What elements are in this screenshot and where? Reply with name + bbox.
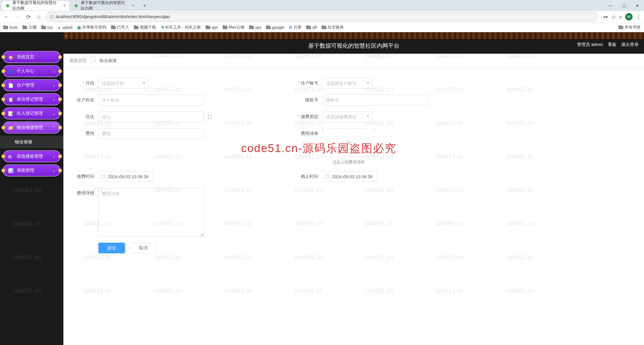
chevron-down-icon: ⌄	[52, 154, 55, 159]
admin-label[interactable]: 管理员 admin	[577, 42, 603, 48]
window-controls: — ▢ ✕	[604, 1, 644, 11]
tab-title: 基于数据可视化的智慧社区内网	[12, 0, 60, 11]
bookmark-item[interactable]: 社交媒体	[322, 24, 344, 30]
maximize-icon[interactable]: ▢	[617, 1, 631, 11]
new-tab-button[interactable]: +	[141, 2, 148, 9]
sidebar-item-access[interactable]: 📝出入登记管理⌄	[3, 107, 61, 119]
clock-icon	[101, 174, 105, 179]
building-input[interactable]	[322, 95, 428, 105]
form-area: 月份 住户账号 住户姓名 楼栋号	[63, 68, 644, 263]
submit-button[interactable]: 提交	[98, 243, 125, 253]
feetype-select[interactable]	[322, 111, 373, 122]
sidebar-item-home[interactable]: 🏠系统首页	[3, 51, 61, 63]
chevron-up-icon: ⌃	[52, 126, 55, 130]
detail-textarea[interactable]	[98, 188, 204, 237]
sidebar-item-hazard[interactable]: ⊞高危楼栋管理⌄	[3, 150, 61, 162]
menu-icon[interactable]: ⋮	[636, 14, 641, 20]
sidebar-item-label: 来访登记管理	[17, 96, 43, 102]
profile-avatar[interactable]: W	[625, 13, 633, 20]
clock-icon	[325, 174, 329, 179]
browser-tab-active[interactable]: 基于数据可视化的智慧社区内网 ×	[2, 1, 69, 10]
bookmark-item[interactable]: ▲uplod	[57, 25, 72, 30]
chevron-down-icon: ⌄	[52, 83, 55, 88]
label-account: 住户账号	[272, 78, 322, 89]
sidebar-item-visitor[interactable]: 📋来访登记管理⌄	[3, 93, 61, 105]
sidebar-item-label: 住户管理	[17, 82, 34, 88]
folder-icon	[134, 26, 139, 29]
sidebar-item-label: 高危楼栋管理	[17, 153, 43, 159]
folder-icon	[41, 26, 46, 29]
sidebar-item-label: 个人中心	[17, 68, 34, 74]
chevron-down-icon: ⌄	[52, 97, 55, 102]
folder-icon	[322, 26, 326, 29]
name-input[interactable]	[98, 95, 204, 105]
kanban-link[interactable]: 看板	[608, 42, 616, 48]
bookmark-item[interactable]: aff	[306, 25, 317, 30]
all-bookmarks[interactable]: 所有书签	[619, 24, 641, 30]
label-bill: 费用清单	[272, 128, 322, 139]
breadcrumb: 系统首页 ⋮≡ 物业催缴	[63, 54, 644, 68]
deadline-input[interactable]	[322, 171, 378, 182]
bookmark-item[interactable]: Max云梯	[223, 24, 245, 30]
bookmark-item[interactable]: 视频下载	[134, 24, 156, 30]
back-button[interactable]: ←	[3, 13, 11, 21]
sidebar-item-system[interactable]: 📊系统管理⌄	[3, 164, 61, 177]
breadcrumb-sep: ⋮≡	[90, 58, 97, 63]
bookmark-item[interactable]: ✿百度	[289, 24, 302, 30]
upload-box[interactable]: +	[322, 128, 374, 157]
folder-icon	[22, 26, 27, 29]
address-input[interactable]	[98, 111, 204, 122]
minimize-icon[interactable]: —	[604, 1, 617, 11]
bookmark-item[interactable]: vps	[249, 25, 262, 30]
home-icon: 🏠	[8, 55, 13, 60]
bookmark-item[interactable]: txy	[41, 25, 52, 30]
close-window-icon[interactable]: ✕	[631, 1, 644, 11]
browser-chrome: 基于数据可视化的智慧社区内网 × 基于数据可视化的智慧社区内网 × + — ▢ …	[0, 0, 644, 32]
month-select[interactable]	[98, 78, 149, 89]
reload-button[interactable]: ⟳	[24, 13, 32, 21]
bookmark-item[interactable]: vpn	[206, 25, 218, 30]
sidebar-item-label: 出入登记管理	[17, 110, 43, 116]
label-feetype: 缴费类型	[272, 111, 322, 122]
home-button[interactable]: ⌂	[35, 13, 43, 21]
close-icon[interactable]: ×	[63, 3, 66, 8]
sidebar-item-resident[interactable]: 📄住户管理⌄	[3, 79, 61, 91]
logout-link[interactable]: 退出登录	[621, 42, 639, 48]
forward-button[interactable]: →	[13, 13, 21, 21]
chart-icon: 📊	[8, 168, 13, 173]
chevron-down-icon: ⌄	[52, 168, 55, 173]
folder-icon	[3, 26, 8, 29]
password-icon[interactable]: ⊶	[603, 14, 608, 19]
folder-icon: 📁	[8, 125, 13, 130]
sidebar-item-profile[interactable]: 👤个人中心⌄	[3, 65, 61, 77]
folder-icon	[266, 26, 271, 29]
fee-input[interactable]	[98, 128, 204, 139]
decorative-strip	[63, 32, 644, 39]
label-detail: 费用详情	[68, 188, 98, 199]
sidebar-item-label: 系统首页	[17, 54, 34, 60]
bookmark-item[interactable]: 宝藏	[22, 24, 37, 30]
sidebar-subitem-fee-reminder[interactable]: 物业催缴	[0, 136, 63, 148]
breadcrumb-current: 物业催缴	[99, 58, 117, 64]
bookmark-item[interactable]: 已导入	[111, 24, 129, 30]
paytime-input[interactable]	[98, 171, 154, 182]
sidebar-item-property-fee[interactable]: 📁物业催缴管理⌃	[3, 121, 61, 134]
bookmark-item[interactable]: google	[266, 25, 284, 30]
star-icon[interactable]: ☆	[611, 14, 616, 20]
folder-icon	[306, 26, 311, 29]
close-icon[interactable]: ×	[131, 3, 134, 8]
bookmark-item[interactable]: ◥站长工具 - 站长之家	[161, 24, 201, 30]
extensions-icon[interactable]: ⟐	[619, 14, 622, 19]
cancel-button[interactable]: 取消	[130, 243, 157, 253]
site-info-icon[interactable]: ⓘ	[50, 14, 54, 19]
bookmark-item[interactable]: ▦共享账号密码	[77, 24, 106, 30]
bookmark-item[interactable]: tools	[3, 25, 18, 30]
url-input[interactable]: ⓘ localhost:8080/djangokm488/admin/dist/…	[46, 12, 598, 21]
favicon-icon	[74, 3, 78, 8]
breadcrumb-home[interactable]: 系统首页	[69, 58, 87, 64]
browser-tab[interactable]: 基于数据可视化的智慧社区内网 ×	[70, 1, 138, 10]
label-paytime: 缴费时间	[68, 171, 98, 182]
page-title: 基于数据可视化的智慧社区内网平台	[308, 42, 399, 50]
account-select[interactable]	[322, 78, 373, 89]
label-name: 住户姓名	[68, 95, 98, 105]
